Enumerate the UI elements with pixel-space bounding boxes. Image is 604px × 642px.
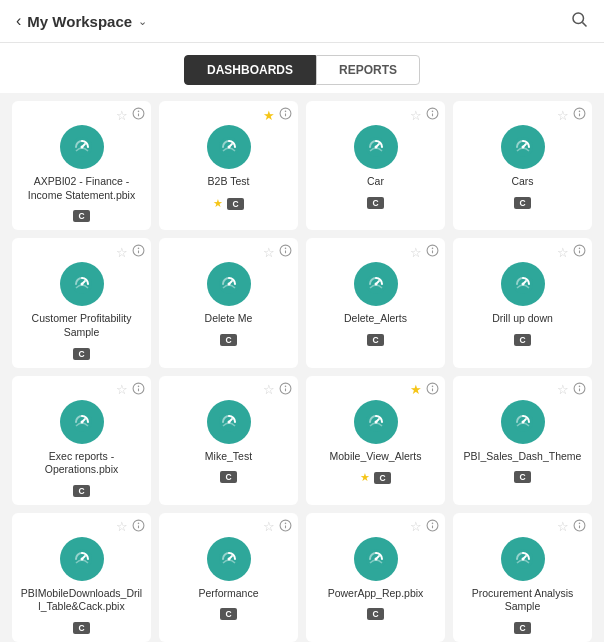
card-title: Cars [511,175,533,189]
card-icons-row: ☆ [557,107,586,123]
card-title: Procurement Analysis Sample [461,587,584,614]
badge-row: C [220,471,236,483]
search-icon[interactable] [570,10,588,32]
star-icon[interactable]: ☆ [410,108,422,123]
info-icon[interactable] [426,244,439,260]
dashboard-icon [501,537,545,581]
card-item[interactable]: ☆ Customer Profitability SampleC [12,238,151,367]
svg-point-0 [573,13,584,24]
info-icon[interactable] [279,382,292,398]
star-icon[interactable]: ★ [410,382,422,397]
card-icons-row: ★ [410,382,439,398]
info-icon[interactable] [573,244,586,260]
card-item[interactable]: ☆ Exec reports - Operations.pbixC [12,376,151,505]
card-item[interactable]: ☆ PowerApp_Rep.pbixC [306,513,445,642]
info-icon[interactable] [132,382,145,398]
badge-row: C [73,210,89,222]
badge-row: C [367,334,383,346]
card-item[interactable]: ☆ AXPBI02 - Finance - Income Statement.p… [12,101,151,230]
dashboard-icon [207,537,251,581]
card-badge: C [514,471,530,483]
tabs-bar: DASHBOARDS REPORTS [0,43,604,93]
card-item[interactable]: ☆ Procurement Analysis SampleC [453,513,592,642]
badge-row: ★C [213,197,243,210]
tab-dashboards[interactable]: DASHBOARDS [184,55,316,85]
card-badge: C [374,472,390,484]
dashboard-icon [354,400,398,444]
star-icon[interactable]: ★ [263,108,275,123]
card-item[interactable]: ★ Mobile_View_Alerts★C [306,376,445,505]
star-icon[interactable]: ☆ [557,245,569,260]
card-badge: C [220,471,236,483]
card-item[interactable]: ☆ Delete_AlertsC [306,238,445,367]
card-badge: C [227,198,243,210]
star-icon[interactable]: ☆ [263,382,275,397]
star-icon[interactable]: ☆ [116,519,128,534]
badge-row: C [367,197,383,209]
badge-star-icon: ★ [360,471,370,484]
card-title: Performance [198,587,258,601]
card-item[interactable]: ☆ Drill up downC [453,238,592,367]
info-icon[interactable] [132,107,145,123]
dashboard-icon [207,125,251,169]
card-title: AXPBI02 - Finance - Income Statement.pbi… [20,175,143,202]
dashboard-icon [60,400,104,444]
badge-row: C [73,485,89,497]
badge-row: C [73,622,89,634]
card-badge: C [220,334,236,346]
tab-reports[interactable]: REPORTS [316,55,420,85]
info-icon[interactable] [426,382,439,398]
info-icon[interactable] [132,244,145,260]
dashboard-icon [207,262,251,306]
star-icon[interactable]: ☆ [263,519,275,534]
header: ‹ My Workspace ⌄ [0,0,604,43]
card-icons-row: ☆ [557,519,586,535]
card-title: PBI_Sales_Dash_Theme [464,450,582,464]
card-item[interactable]: ★ B2B Test★C [159,101,298,230]
card-title: B2B Test [208,175,250,189]
card-badge: C [514,334,530,346]
dashboard-icon [501,262,545,306]
card-icons-row: ☆ [410,244,439,260]
card-item[interactable]: ☆ CarsC [453,101,592,230]
card-item[interactable]: ☆ CarC [306,101,445,230]
star-icon[interactable]: ☆ [116,245,128,260]
star-icon[interactable]: ☆ [116,108,128,123]
info-icon[interactable] [426,519,439,535]
dashboard-icon [354,262,398,306]
info-icon[interactable] [279,244,292,260]
badge-row: C [514,471,530,483]
card-item[interactable]: ☆ Delete MeC [159,238,298,367]
card-title: Drill up down [492,312,553,326]
info-icon[interactable] [573,382,586,398]
badge-row: C [514,197,530,209]
card-icons-row: ☆ [116,107,145,123]
card-item[interactable]: ☆ PBI_Sales_Dash_ThemeC [453,376,592,505]
star-icon[interactable]: ☆ [116,382,128,397]
svg-line-1 [582,22,586,26]
card-title: Car [367,175,384,189]
dashboard-icon [354,537,398,581]
star-icon[interactable]: ☆ [410,245,422,260]
card-title: Delete Me [205,312,253,326]
info-icon[interactable] [573,107,586,123]
card-icons-row: ☆ [557,382,586,398]
dashboard-icon [207,400,251,444]
star-icon[interactable]: ☆ [263,245,275,260]
info-icon[interactable] [279,107,292,123]
star-icon[interactable]: ☆ [557,382,569,397]
star-icon[interactable]: ☆ [557,108,569,123]
badge-row: C [73,348,89,360]
star-icon[interactable]: ☆ [410,519,422,534]
card-item[interactable]: ☆ PerformanceC [159,513,298,642]
card-item[interactable]: ☆ Mike_TestC [159,376,298,505]
badge-star-icon: ★ [213,197,223,210]
info-icon[interactable] [132,519,145,535]
back-icon[interactable]: ‹ [16,12,21,30]
card-item[interactable]: ☆ PBIMobileDownloads_Drill_Table&Cack.pb… [12,513,151,642]
badge-row: C [514,622,530,634]
info-icon[interactable] [573,519,586,535]
info-icon[interactable] [279,519,292,535]
star-icon[interactable]: ☆ [557,519,569,534]
info-icon[interactable] [426,107,439,123]
